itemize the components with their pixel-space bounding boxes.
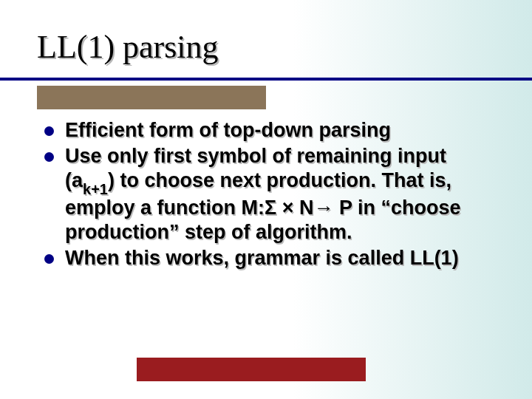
bullet-3-text: When this works, grammar is called LL(1) [65, 247, 459, 269]
slide-body: Efficient form of top-down parsing Use o… [44, 118, 488, 271]
bullet-2-arrow: → [313, 197, 333, 219]
bullet-2-sigma: Σ [265, 197, 276, 219]
accent-box-top [37, 86, 266, 109]
bullet-2-times: × N [276, 197, 313, 219]
slide-title: LL(1) parsing [37, 28, 219, 66]
slide: LL(1) parsing Efficient form of top-down… [0, 0, 532, 399]
bullet-1: Efficient form of top-down parsing [44, 118, 488, 143]
bullet-2-subscript: k+1 [83, 181, 108, 197]
bullet-1-text: Efficient form of top-down parsing [65, 119, 391, 141]
accent-box-bottom [137, 358, 366, 381]
bullet-2: Use only first symbol of remaining input… [44, 144, 488, 245]
bullet-3: When this works, grammar is called LL(1) [44, 246, 488, 270]
title-underline [0, 78, 532, 81]
